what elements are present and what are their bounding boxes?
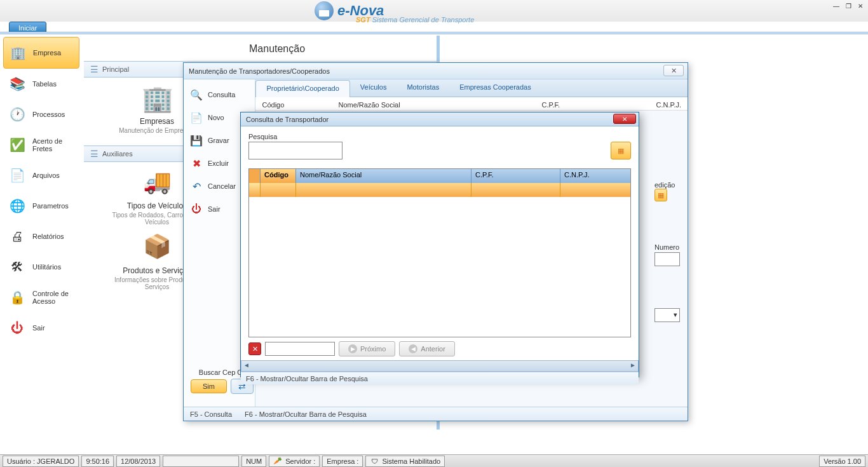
field-dropdown bbox=[654, 308, 680, 322]
main-sidebar: Empresa Tabelas Processos Acerto de Fret… bbox=[3, 37, 79, 343]
col-cpf[interactable]: C.P.F. bbox=[471, 169, 560, 183]
numero-input[interactable] bbox=[654, 252, 680, 266]
app-titlebar: e-Nova SGT Sistema Gerencial de Transpor… bbox=[0, 0, 868, 22]
horizontal-scrollbar[interactable] bbox=[241, 360, 639, 372]
grid-header: Código Nome/Razão Social C.P.F. C.N.P.J. bbox=[249, 169, 630, 183]
content-title: Manutenção bbox=[84, 36, 437, 57]
col-cnpj[interactable]: C.N.P.J. bbox=[560, 169, 630, 183]
dialog-consulta-transportador: Consulta de Transportador ✕ Pesquisa Cód… bbox=[240, 112, 639, 377]
globe-icon bbox=[8, 197, 26, 215]
sidebar-item-controle[interactable]: Controle de Acesso bbox=[3, 282, 79, 313]
table-icon bbox=[658, 191, 664, 200]
exit-icon bbox=[190, 203, 203, 215]
power-icon bbox=[8, 319, 26, 337]
pesquisa-input[interactable] bbox=[248, 142, 342, 159]
company-icon bbox=[9, 44, 27, 62]
tabs: Proprietário\Cooperado Veículos Motorist… bbox=[255, 79, 688, 97]
field-numero: Numero bbox=[654, 243, 680, 266]
logo-icon bbox=[315, 1, 334, 20]
status-version: Versão 1.00 bbox=[819, 456, 865, 467]
close-button[interactable]: ✕ bbox=[855, 1, 865, 10]
table-row[interactable] bbox=[249, 183, 630, 197]
clock-icon bbox=[8, 105, 26, 123]
lock-icon bbox=[8, 288, 26, 306]
field-expedicao: edição bbox=[654, 181, 680, 201]
server-icon: 🥕 bbox=[273, 457, 282, 466]
delete-icon bbox=[190, 157, 203, 170]
status-user: Usuário : JGERALDO bbox=[3, 456, 79, 467]
grid-body bbox=[249, 197, 630, 337]
status-time: 9:50:16 bbox=[81, 456, 114, 467]
next-icon: ▶ bbox=[348, 344, 357, 353]
sidebar-item-acerto[interactable]: Acerto de Fretes bbox=[3, 130, 79, 160]
pesquisa-label: Pesquisa bbox=[248, 133, 608, 140]
sidebar-item-tabelas[interactable]: Tabelas bbox=[3, 69, 79, 99]
sidebar-label: Utilitários bbox=[32, 263, 61, 271]
dialog-title: Manutenção de Transportadores/Cooperados… bbox=[184, 63, 688, 79]
window-controls: — ❐ ✕ bbox=[831, 1, 865, 10]
sim-button[interactable]: Sim bbox=[191, 379, 227, 393]
sidebar-label: Empresa bbox=[33, 49, 61, 57]
undo-icon bbox=[190, 180, 203, 193]
tab-proprietario[interactable]: Proprietário\Cooperado bbox=[255, 80, 349, 97]
page-input[interactable] bbox=[265, 342, 335, 356]
pagination-bar: ✕ ▶Próximo ◀Anterior bbox=[248, 337, 631, 360]
right-fields: edição Numero bbox=[654, 181, 680, 322]
col-selector[interactable] bbox=[249, 169, 261, 183]
table-icon bbox=[618, 147, 624, 155]
sidebar-label: Parametros bbox=[32, 202, 69, 210]
sidebar-label: Relatórios bbox=[32, 233, 64, 240]
company-large-icon bbox=[142, 84, 172, 114]
status-servidor: 🥕Servidor : bbox=[269, 456, 320, 467]
clear-button[interactable]: ✕ bbox=[248, 342, 261, 355]
sidebar-label: Processos bbox=[32, 111, 65, 118]
logo-subtitle: SGT Sistema Gerencial de Transporte bbox=[356, 16, 474, 24]
status-sistema: 🛡Sistema Habilitado bbox=[365, 456, 445, 467]
status-blank bbox=[163, 456, 239, 467]
prev-button[interactable]: ◀Anterior bbox=[399, 341, 455, 356]
sidebar-item-parametros[interactable]: Parametros bbox=[3, 191, 79, 221]
sidebar-label: Tabelas bbox=[32, 80, 57, 88]
status-date: 12/08/2013 bbox=[116, 456, 160, 467]
dialog2-close-button[interactable]: ✕ bbox=[613, 114, 636, 124]
minimize-button[interactable]: — bbox=[831, 1, 841, 10]
action-consulta[interactable]: Consulta bbox=[184, 83, 255, 106]
sidebar-label: Arquivos bbox=[32, 172, 60, 179]
sidebar-label: Sair bbox=[32, 324, 45, 332]
truck-icon bbox=[142, 168, 172, 199]
sidebar-item-sair[interactable]: Sair bbox=[3, 313, 79, 343]
dialog2-title: Consulta de Transportador ✕ bbox=[241, 112, 639, 126]
col-nome[interactable]: Nome/Razão Social bbox=[296, 169, 471, 183]
restore-button[interactable]: ❐ bbox=[843, 1, 853, 10]
sidebar-item-relatorios[interactable]: Relatórios bbox=[3, 221, 79, 252]
tab-veiculos[interactable]: Veículos bbox=[350, 79, 397, 97]
sidebar-label: Acerto de Fretes bbox=[32, 137, 74, 152]
dialog-statusbar: F5 - Consulta F6 - Mostrar/Ocultar Barra… bbox=[184, 407, 688, 421]
tab-motoristas[interactable]: Motoristas bbox=[397, 79, 449, 97]
save-icon bbox=[190, 134, 203, 147]
tool-icon bbox=[8, 258, 26, 276]
sidebar-item-processos[interactable]: Processos bbox=[3, 99, 79, 130]
dropdown[interactable] bbox=[654, 308, 680, 322]
box-icon bbox=[142, 233, 172, 264]
status-num: NUM bbox=[241, 456, 266, 467]
next-button[interactable]: ▶Próximo bbox=[339, 341, 395, 356]
expedicao-button[interactable] bbox=[654, 189, 667, 201]
sidebar-item-utilitarios[interactable]: Utilitários bbox=[3, 252, 79, 282]
sidebar-item-empresa[interactable]: Empresa bbox=[3, 37, 79, 69]
sidebar-label: Controle de Acesso bbox=[32, 290, 74, 305]
books-icon bbox=[8, 75, 26, 93]
results-grid: Código Nome/Razão Social C.P.F. C.N.P.J. bbox=[248, 168, 631, 337]
printer-icon bbox=[8, 227, 26, 245]
search-button[interactable] bbox=[611, 142, 631, 159]
tab-empresas-cooperadas[interactable]: Empresas Cooperadas bbox=[449, 79, 541, 97]
dialog2-statusbar: F6 - Mostrar/Ocultar Barra de Pesquisa bbox=[241, 372, 639, 384]
search-icon bbox=[190, 88, 203, 101]
dialog-close-button[interactable]: ✕ bbox=[663, 65, 684, 76]
sidebar-item-arquivos[interactable]: Arquivos bbox=[3, 160, 79, 191]
form-column-headers: Código Nome/Razão Social C.P.F. C.N.P.J. bbox=[255, 97, 688, 111]
new-icon bbox=[190, 111, 203, 124]
app-statusbar: Usuário : JGERALDO 9:50:16 12/08/2013 NU… bbox=[0, 454, 868, 467]
check-icon bbox=[8, 136, 26, 154]
col-codigo[interactable]: Código bbox=[261, 169, 296, 183]
